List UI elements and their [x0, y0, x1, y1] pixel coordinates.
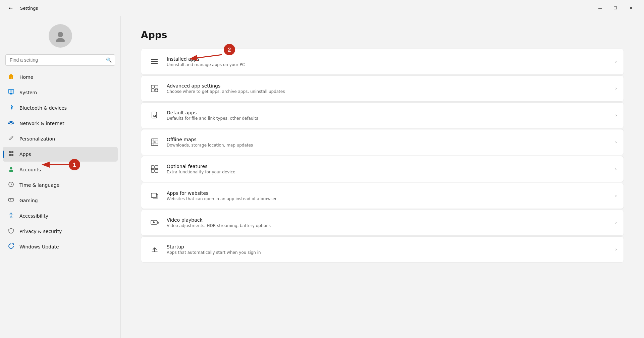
svg-rect-23: [151, 85, 154, 88]
svg-point-30: [154, 141, 156, 143]
settings-card-offline-maps[interactable]: Offline mapsDownloads, storage location,…: [141, 129, 624, 155]
sidebar-label-privacy: Privacy & security: [19, 229, 62, 234]
svg-point-11: [10, 167, 12, 170]
settings-card-video-playback[interactable]: Video playbackVideo adjustments, HDR str…: [141, 210, 624, 236]
svg-rect-21: [151, 61, 152, 62]
close-button[interactable]: ✕: [623, 3, 639, 13]
startup-text: StartupApps that automatically start whe…: [161, 244, 615, 255]
svg-rect-19: [152, 63, 158, 64]
sidebar-item-home[interactable]: Home: [3, 70, 118, 84]
apps-for-websites-icon: [148, 189, 161, 203]
apps-for-websites-title: Apps for websites: [167, 190, 610, 196]
default-apps-title: Default apps: [167, 110, 610, 115]
offline-maps-text: Offline mapsDownloads, storage location,…: [161, 137, 615, 148]
network-icon: [7, 119, 15, 127]
time-icon: [7, 181, 15, 189]
startup-title: Startup: [167, 244, 610, 249]
sidebar-label-network: Network & internet: [19, 121, 64, 126]
sidebar-label-apps: Apps: [19, 152, 31, 157]
sidebar-label-accessibility: Accessibility: [19, 213, 48, 219]
svg-point-15: [12, 200, 12, 200]
sidebar-item-time[interactable]: Time & language: [3, 178, 118, 192]
page-title: Apps: [141, 30, 624, 41]
optional-features-chevron: ›: [615, 167, 617, 171]
sidebar-item-privacy[interactable]: Privacy & security: [3, 224, 118, 239]
window-controls: — ❐ ✕: [592, 3, 639, 13]
window-title: Settings: [20, 6, 38, 11]
svg-rect-18: [152, 61, 158, 62]
maximize-button[interactable]: ❐: [608, 3, 623, 13]
svg-rect-34: [155, 169, 158, 172]
main-content: Apps Installed appsUninstall and manage …: [121, 16, 644, 338]
gaming-icon: [7, 196, 15, 205]
svg-rect-9: [9, 154, 11, 156]
installed-apps-text: Installed appsUninstall and manage apps …: [161, 56, 615, 67]
sidebar-item-gaming[interactable]: Gaming: [3, 193, 118, 208]
svg-rect-24: [155, 85, 158, 88]
sidebar-item-update[interactable]: Windows Update: [3, 239, 118, 254]
video-playback-icon: [148, 216, 161, 229]
svg-rect-17: [152, 59, 158, 60]
sidebar-item-bluetooth[interactable]: Bluetooth & devices: [3, 101, 118, 115]
svg-point-16: [10, 213, 12, 214]
search-input[interactable]: [5, 54, 115, 66]
svg-point-6: [11, 124, 12, 125]
settings-card-default-apps[interactable]: Default appsDefaults for file and link t…: [141, 102, 624, 128]
apps-for-websites-text: Apps for websitesWebsites that can open …: [161, 190, 615, 201]
svg-rect-8: [11, 151, 13, 153]
offline-maps-chevron: ›: [615, 140, 617, 145]
svg-rect-10: [11, 154, 13, 156]
advanced-app-settings-text: Advanced app settingsChoose where to get…: [161, 83, 615, 94]
sidebar-item-accessibility[interactable]: Accessibility: [3, 209, 118, 223]
settings-card-installed-apps[interactable]: Installed appsUninstall and manage apps …: [141, 49, 624, 75]
sidebar-item-accounts[interactable]: Accounts: [3, 162, 118, 177]
sidebar-item-network[interactable]: Network & internet: [3, 116, 118, 131]
back-button[interactable]: ←: [5, 3, 16, 13]
offline-maps-icon: [148, 135, 161, 149]
personalization-icon: [7, 135, 15, 143]
svg-rect-20: [151, 59, 152, 60]
sidebar-label-system: System: [19, 90, 37, 95]
default-apps-icon: [148, 109, 161, 122]
settings-card-advanced-app-settings[interactable]: Advanced app settingsChoose where to get…: [141, 75, 624, 102]
svg-rect-14: [8, 199, 14, 201]
installed-apps-desc: Uninstall and manage apps on your PC: [167, 62, 610, 67]
installed-apps-chevron: ›: [615, 59, 617, 64]
sidebar-label-accounts: Accounts: [19, 167, 41, 172]
sidebar-item-personalization[interactable]: Personalization: [3, 131, 118, 146]
apps-for-websites-chevron: ›: [615, 193, 617, 198]
advanced-app-settings-desc: Choose where to get apps, archive apps, …: [167, 89, 610, 94]
sidebar-label-time: Time & language: [19, 182, 59, 188]
sidebar-avatar-area: [0, 19, 120, 54]
video-playback-title: Video playback: [167, 217, 610, 223]
system-icon: [7, 89, 15, 97]
offline-maps-title: Offline maps: [167, 137, 610, 142]
sidebar-item-apps[interactable]: Apps: [3, 147, 118, 162]
sidebar-label-bluetooth: Bluetooth & devices: [19, 105, 67, 111]
sidebar-search-area: 🔍: [5, 54, 115, 66]
privacy-icon: [7, 227, 15, 235]
minimize-button[interactable]: —: [592, 3, 608, 13]
optional-features-icon: [148, 162, 161, 176]
sidebar-item-system[interactable]: System: [3, 85, 118, 100]
settings-card-optional-features[interactable]: Optional featuresExtra functionality for…: [141, 156, 624, 182]
accessibility-icon: [7, 212, 15, 220]
sidebar-nav: HomeSystemBluetooth & devicesNetwork & i…: [0, 68, 120, 256]
settings-card-startup[interactable]: StartupApps that automatically start whe…: [141, 236, 624, 263]
startup-chevron: ›: [615, 247, 617, 252]
svg-rect-7: [9, 151, 11, 153]
accounts-icon: [7, 166, 15, 174]
apps-for-websites-desc: Websites that can open in an app instead…: [167, 196, 610, 201]
avatar[interactable]: [49, 24, 72, 48]
bluetooth-icon: [7, 104, 15, 112]
svg-point-12: [9, 170, 13, 172]
svg-point-1: [56, 38, 65, 42]
installed-apps-title: Installed apps: [167, 56, 610, 62]
svg-rect-22: [151, 63, 152, 64]
sidebar-label-personalization: Personalization: [19, 136, 55, 142]
video-playback-desc: Video adjustments, HDR streaming, batter…: [167, 223, 610, 228]
title-bar: ← Settings — ❐ ✕: [0, 0, 644, 16]
sidebar-label-update: Windows Update: [19, 244, 59, 249]
advanced-app-settings-icon: [148, 82, 161, 95]
settings-card-apps-for-websites[interactable]: Apps for websitesWebsites that can open …: [141, 183, 624, 209]
